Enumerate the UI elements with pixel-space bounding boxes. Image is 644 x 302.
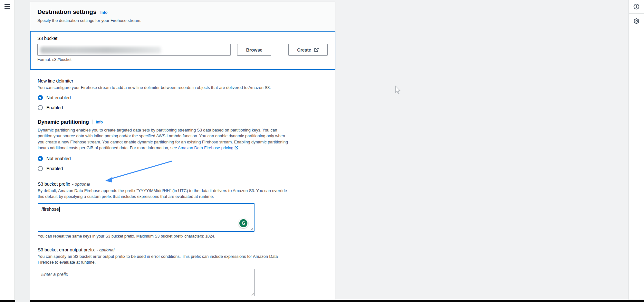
firehose-destination-settings-page: Destination settings Info Specify the de… [0, 0, 644, 302]
description-period: . [238, 145, 240, 150]
s3-prefix-textarea[interactable]: /firehose G [38, 203, 255, 232]
radio-option-label: Enabled [46, 105, 63, 110]
new-line-delimiter-label: New line delimiter [38, 78, 327, 83]
pricing-link[interactable]: Amazon Data Firehose pricing [178, 145, 233, 150]
hamburger-menu-icon[interactable] [5, 4, 10, 9]
s3-bucket-value-redacted [40, 47, 161, 54]
bottom-screen-edge [0, 300, 644, 302]
dynamic-partitioning-radio-group: Not enabled Enabled [38, 156, 327, 171]
radio-option-label: Not enabled [46, 156, 71, 161]
s3-prefix-description: By default, Amazon Data Firehose appends… [38, 188, 327, 200]
radio-selected-icon[interactable] [38, 156, 43, 161]
s3-error-prefix-textarea[interactable] [38, 269, 255, 296]
dynamic-partitioning-description-tail: incurs additional costs per GiB of parti… [38, 145, 327, 151]
browse-button-label: Browse [246, 47, 263, 53]
amazon-q-icon [633, 18, 639, 24]
dynamic-partitioning-description: Dynamic partitioning enables you to crea… [38, 127, 327, 145]
s3-error-prefix-label: S3 bucket error output prefix [38, 247, 95, 252]
create-button-label: Create [297, 47, 311, 53]
external-link-icon[interactable] [235, 146, 238, 150]
radio-option-not-enabled[interactable]: Not enabled [38, 156, 327, 161]
s3-bucket-input[interactable] [37, 44, 231, 56]
section-info-link[interactable]: Info [101, 10, 108, 15]
dynamic-partitioning-info-link[interactable]: Info [96, 120, 103, 124]
resize-handle-icon[interactable] [250, 228, 254, 231]
right-tools-rail [629, 0, 644, 302]
radio-unselected-icon[interactable] [38, 105, 43, 110]
radio-selected-icon[interactable] [38, 95, 43, 100]
divider [92, 120, 92, 124]
radio-option-enabled[interactable]: Enabled [38, 105, 327, 111]
s3-prefix-value: /firehose [42, 207, 59, 212]
radio-option-enabled[interactable]: Enabled [38, 166, 327, 171]
optional-tag: - optional [97, 248, 115, 252]
destination-settings-card: Destination settings Info Specify the de… [30, 2, 335, 302]
left-gutter [15, 0, 30, 302]
text-caret [59, 207, 60, 212]
card-body: New line delimiter You can configure you… [30, 70, 335, 297]
s3-prefix-hint: You can repeat the same keys in your S3 … [38, 234, 327, 239]
external-link-icon [314, 47, 319, 52]
s3-bucket-label: S3 bucket [37, 36, 328, 41]
radio-option-label: Enabled [46, 166, 63, 171]
new-line-delimiter-description: You can configure your Firehose stream t… [38, 85, 327, 91]
radio-option-label: Not enabled [46, 95, 71, 100]
s3-prefix-label: S3 bucket prefix [38, 181, 70, 187]
dynamic-partitioning-title: Dynamic partitioning [38, 119, 89, 125]
description-tail-text: incurs additional costs per GiB of parti… [38, 145, 178, 150]
radio-option-not-enabled[interactable]: Not enabled [38, 95, 327, 101]
info-circle-icon [633, 4, 639, 10]
page-title: Destination settings [37, 8, 97, 15]
new-line-delimiter-radio-group: Not enabled Enabled [38, 95, 327, 111]
info-panel-button[interactable] [629, 0, 644, 13]
card-header: Destination settings Info Specify the de… [30, 2, 335, 31]
section-subtitle: Specify the destination settings for you… [37, 18, 327, 23]
s3-bucket-field-group: S3 bucket Browse Create Format: s3://buc… [30, 31, 335, 70]
browse-button[interactable]: Browse [237, 44, 271, 56]
grammarly-icon[interactable]: G [238, 218, 248, 228]
left-nav-rail [0, 0, 15, 302]
optional-tag: - optional [72, 182, 90, 187]
s3-error-prefix-description: You can specify an S3 bucket error outpu… [38, 254, 327, 266]
radio-unselected-icon[interactable] [38, 166, 43, 171]
create-button[interactable]: Create [288, 44, 328, 56]
amazon-q-button[interactable] [629, 14, 644, 28]
s3-bucket-format-hint: Format: s3://bucket [37, 57, 328, 62]
